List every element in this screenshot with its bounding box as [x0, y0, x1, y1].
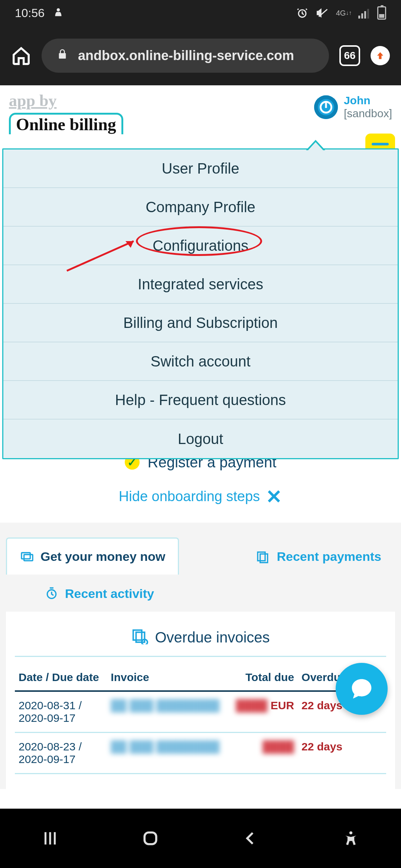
overdue-invoices-panel: Overdue invoices Date / Due date Invoice… [6, 612, 395, 789]
payments-icon [256, 549, 271, 564]
nav-home-button[interactable] [137, 825, 163, 851]
menu-item-integrated-services[interactable]: Integrated services [3, 265, 398, 304]
hide-onboarding-button[interactable]: Hide onboarding steps ✕ [0, 479, 401, 523]
tabs-count-button[interactable]: 66 [339, 45, 360, 66]
power-icon [314, 95, 338, 119]
browser-update-badge[interactable] [371, 46, 390, 65]
app-notification-icon [52, 7, 65, 19]
svg-point-0 [57, 8, 60, 11]
brand-logo[interactable]: app by Online billing [9, 92, 123, 134]
vibrate-mute-icon [317, 7, 329, 19]
svg-rect-5 [24, 555, 33, 561]
brand-line2: Online billing [16, 115, 116, 134]
menu-item-configurations[interactable]: Configurations [3, 227, 398, 265]
tab-recent-activity[interactable]: Recent activity [6, 575, 395, 612]
invoices-stack-icon [131, 627, 148, 648]
mobile-data-icon: 4G↓↑ [338, 7, 350, 19]
url-text: andbox.online-billing-service.com [78, 48, 294, 63]
nav-accessibility-button[interactable] [338, 825, 364, 851]
alarm-icon [296, 7, 309, 19]
col-total[interactable]: Total due [229, 664, 298, 691]
activity-stopwatch-icon [44, 586, 59, 601]
signal-strength-icon [358, 7, 369, 19]
brand-line1: app by [9, 92, 123, 110]
menu-item-switch-account[interactable]: Switch account [3, 342, 398, 381]
close-icon: ✕ [266, 486, 282, 508]
tab-label: Get your money now [40, 549, 165, 564]
url-bar[interactable]: andbox.online-billing-service.com [42, 39, 329, 73]
status-time: 10:56 [15, 6, 45, 20]
tab-label: Recent activity [65, 586, 154, 601]
menu-item-billing-subscription[interactable]: Billing and Subscription [3, 304, 398, 342]
android-status-bar: 10:56 4G↓↑ [0, 0, 401, 26]
tab-label: Recent payments [277, 549, 381, 564]
account-dropdown-menu: User Profile Company Profile Configurati… [2, 148, 399, 459]
svg-rect-15 [144, 832, 156, 844]
menu-item-logout[interactable]: Logout [3, 420, 398, 458]
table-row[interactable]: 2020-08-23 /2020-09-17 ██ ███ ████████ █… [15, 732, 386, 773]
hide-onboarding-label: Hide onboarding steps [119, 489, 260, 504]
money-icon [20, 549, 35, 564]
nav-recents-button[interactable] [37, 825, 63, 851]
col-invoice[interactable]: Invoice [107, 664, 229, 691]
nav-back-button[interactable] [238, 825, 264, 851]
android-nav-bar [0, 809, 401, 868]
browser-home-button[interactable] [11, 46, 31, 66]
browser-toolbar: andbox.online-billing-service.com 66 [0, 26, 401, 85]
menu-item-user-profile[interactable]: User Profile [3, 149, 398, 188]
account-name: John [344, 94, 392, 107]
svg-rect-4 [22, 553, 30, 559]
account-chip[interactable]: John [sandbox] [314, 92, 392, 120]
menu-item-help-faq[interactable]: Help - Frequent questions [3, 381, 398, 420]
battery-icon [377, 6, 386, 20]
overdue-table: Date / Due date Invoice Total due Overdu… [15, 664, 386, 774]
table-row[interactable]: 2020-08-31 /2020-09-17 ██ ███ ████████ █… [15, 691, 386, 733]
tab-get-money-now[interactable]: Get your money now [6, 537, 179, 575]
menu-item-company-profile[interactable]: Company Profile [3, 188, 398, 227]
svg-point-16 [349, 831, 352, 834]
lock-icon [56, 48, 68, 63]
tab-recent-payments[interactable]: Recent payments [242, 537, 395, 575]
chat-fab[interactable] [336, 663, 388, 715]
panel-title-text: Overdue invoices [155, 629, 270, 646]
account-context: [sandbox] [344, 107, 392, 120]
col-date[interactable]: Date / Due date [15, 664, 107, 691]
webpage-content: app by Online billing John [sandbox] Use… [0, 85, 401, 789]
